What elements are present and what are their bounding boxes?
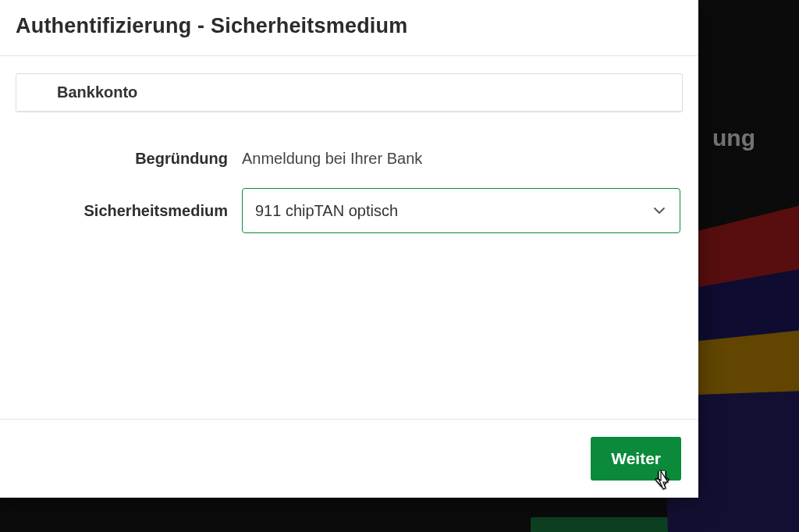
security-medium-selected-value: 911 chipTAN optisch <box>255 202 398 220</box>
reason-row: Begründung Anmeldung bei Ihrer Bank <box>16 150 683 168</box>
chevron-down-icon <box>653 204 666 217</box>
auth-form: Begründung Anmeldung bei Ihrer Bank Sich… <box>16 150 683 233</box>
auth-modal: Authentifizierung - Sicherheitsmedium Ba… <box>0 0 698 498</box>
modal-footer: Weiter <box>0 419 698 498</box>
modal-header: Authentifizierung - Sicherheitsmedium <box>0 0 698 56</box>
modal-title: Authentifizierung - Sicherheitsmedium <box>16 14 683 38</box>
reason-label: Begründung <box>16 150 242 168</box>
security-medium-select[interactable]: 911 chipTAN optisch <box>242 188 680 233</box>
account-panel: Bankkonto <box>16 73 683 112</box>
security-medium-row: Sicherheitsmedium 911 chipTAN optisch <box>16 188 683 233</box>
account-panel-title: Bankkonto <box>16 74 682 112</box>
next-button[interactable]: Weiter <box>591 437 681 481</box>
modal-body: Bankkonto Begründung Anmeldung bei Ihrer… <box>0 56 698 419</box>
security-medium-label: Sicherheitsmedium <box>16 202 242 220</box>
reason-value: Anmeldung bei Ihrer Bank <box>242 150 422 168</box>
